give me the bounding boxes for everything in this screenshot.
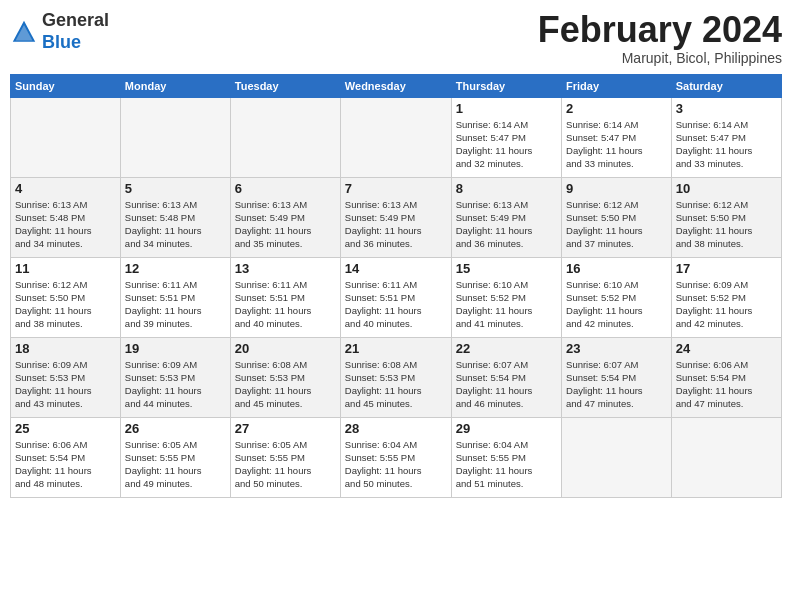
- header-tuesday: Tuesday: [230, 74, 340, 97]
- day-number: 5: [125, 181, 226, 196]
- page-header: General Blue February 2024 Marupit, Bico…: [10, 10, 782, 66]
- header-thursday: Thursday: [451, 74, 561, 97]
- calendar-cell: 11Sunrise: 6:12 AMSunset: 5:50 PMDayligh…: [11, 257, 121, 337]
- day-info: Sunrise: 6:13 AMSunset: 5:48 PMDaylight:…: [15, 198, 116, 251]
- day-info: Sunrise: 6:05 AMSunset: 5:55 PMDaylight:…: [125, 438, 226, 491]
- calendar-cell: 10Sunrise: 6:12 AMSunset: 5:50 PMDayligh…: [671, 177, 781, 257]
- calendar-week-0: 1Sunrise: 6:14 AMSunset: 5:47 PMDaylight…: [11, 97, 782, 177]
- day-number: 7: [345, 181, 447, 196]
- day-number: 20: [235, 341, 336, 356]
- calendar-cell: [230, 97, 340, 177]
- calendar-cell: 29Sunrise: 6:04 AMSunset: 5:55 PMDayligh…: [451, 417, 561, 497]
- day-number: 27: [235, 421, 336, 436]
- calendar-cell: 27Sunrise: 6:05 AMSunset: 5:55 PMDayligh…: [230, 417, 340, 497]
- header-saturday: Saturday: [671, 74, 781, 97]
- calendar-cell: 26Sunrise: 6:05 AMSunset: 5:55 PMDayligh…: [120, 417, 230, 497]
- day-number: 10: [676, 181, 777, 196]
- calendar-cell: 20Sunrise: 6:08 AMSunset: 5:53 PMDayligh…: [230, 337, 340, 417]
- calendar-cell: 6Sunrise: 6:13 AMSunset: 5:49 PMDaylight…: [230, 177, 340, 257]
- calendar-header: Sunday Monday Tuesday Wednesday Thursday…: [11, 74, 782, 97]
- header-wednesday: Wednesday: [340, 74, 451, 97]
- calendar-cell: 1Sunrise: 6:14 AMSunset: 5:47 PMDaylight…: [451, 97, 561, 177]
- day-info: Sunrise: 6:09 AMSunset: 5:52 PMDaylight:…: [676, 278, 777, 331]
- day-number: 11: [15, 261, 116, 276]
- calendar-body: 1Sunrise: 6:14 AMSunset: 5:47 PMDaylight…: [11, 97, 782, 497]
- calendar-week-4: 25Sunrise: 6:06 AMSunset: 5:54 PMDayligh…: [11, 417, 782, 497]
- day-number: 21: [345, 341, 447, 356]
- day-number: 26: [125, 421, 226, 436]
- calendar-cell: [671, 417, 781, 497]
- calendar-cell: 3Sunrise: 6:14 AMSunset: 5:47 PMDaylight…: [671, 97, 781, 177]
- day-number: 13: [235, 261, 336, 276]
- day-info: Sunrise: 6:04 AMSunset: 5:55 PMDaylight:…: [345, 438, 447, 491]
- day-number: 25: [15, 421, 116, 436]
- day-info: Sunrise: 6:08 AMSunset: 5:53 PMDaylight:…: [345, 358, 447, 411]
- day-number: 19: [125, 341, 226, 356]
- day-info: Sunrise: 6:13 AMSunset: 5:49 PMDaylight:…: [456, 198, 557, 251]
- day-info: Sunrise: 6:11 AMSunset: 5:51 PMDaylight:…: [235, 278, 336, 331]
- day-info: Sunrise: 6:08 AMSunset: 5:53 PMDaylight:…: [235, 358, 336, 411]
- calendar-cell: [562, 417, 672, 497]
- calendar-cell: 17Sunrise: 6:09 AMSunset: 5:52 PMDayligh…: [671, 257, 781, 337]
- calendar-cell: 18Sunrise: 6:09 AMSunset: 5:53 PMDayligh…: [11, 337, 121, 417]
- day-number: 9: [566, 181, 667, 196]
- day-number: 23: [566, 341, 667, 356]
- day-number: 28: [345, 421, 447, 436]
- header-monday: Monday: [120, 74, 230, 97]
- day-number: 18: [15, 341, 116, 356]
- day-info: Sunrise: 6:14 AMSunset: 5:47 PMDaylight:…: [676, 118, 777, 171]
- calendar-cell: 19Sunrise: 6:09 AMSunset: 5:53 PMDayligh…: [120, 337, 230, 417]
- day-info: Sunrise: 6:07 AMSunset: 5:54 PMDaylight:…: [566, 358, 667, 411]
- day-number: 15: [456, 261, 557, 276]
- day-number: 1: [456, 101, 557, 116]
- logo: General Blue: [10, 10, 109, 53]
- day-info: Sunrise: 6:06 AMSunset: 5:54 PMDaylight:…: [676, 358, 777, 411]
- logo-blue-text: Blue: [42, 32, 109, 54]
- calendar-cell: 15Sunrise: 6:10 AMSunset: 5:52 PMDayligh…: [451, 257, 561, 337]
- day-info: Sunrise: 6:13 AMSunset: 5:49 PMDaylight:…: [345, 198, 447, 251]
- calendar-cell: [11, 97, 121, 177]
- calendar-cell: [120, 97, 230, 177]
- day-info: Sunrise: 6:14 AMSunset: 5:47 PMDaylight:…: [566, 118, 667, 171]
- day-number: 4: [15, 181, 116, 196]
- weekday-header-row: Sunday Monday Tuesday Wednesday Thursday…: [11, 74, 782, 97]
- day-number: 22: [456, 341, 557, 356]
- calendar-cell: 24Sunrise: 6:06 AMSunset: 5:54 PMDayligh…: [671, 337, 781, 417]
- day-info: Sunrise: 6:07 AMSunset: 5:54 PMDaylight:…: [456, 358, 557, 411]
- calendar-cell: 2Sunrise: 6:14 AMSunset: 5:47 PMDaylight…: [562, 97, 672, 177]
- day-number: 2: [566, 101, 667, 116]
- day-info: Sunrise: 6:10 AMSunset: 5:52 PMDaylight:…: [566, 278, 667, 331]
- calendar-cell: [340, 97, 451, 177]
- day-number: 14: [345, 261, 447, 276]
- day-info: Sunrise: 6:10 AMSunset: 5:52 PMDaylight:…: [456, 278, 557, 331]
- calendar-cell: 21Sunrise: 6:08 AMSunset: 5:53 PMDayligh…: [340, 337, 451, 417]
- calendar-week-1: 4Sunrise: 6:13 AMSunset: 5:48 PMDaylight…: [11, 177, 782, 257]
- month-title: February 2024: [538, 10, 782, 50]
- day-info: Sunrise: 6:11 AMSunset: 5:51 PMDaylight:…: [125, 278, 226, 331]
- day-info: Sunrise: 6:04 AMSunset: 5:55 PMDaylight:…: [456, 438, 557, 491]
- day-info: Sunrise: 6:12 AMSunset: 5:50 PMDaylight:…: [676, 198, 777, 251]
- calendar-cell: 9Sunrise: 6:12 AMSunset: 5:50 PMDaylight…: [562, 177, 672, 257]
- day-number: 12: [125, 261, 226, 276]
- calendar-cell: 8Sunrise: 6:13 AMSunset: 5:49 PMDaylight…: [451, 177, 561, 257]
- logo-icon: [10, 18, 38, 46]
- day-number: 8: [456, 181, 557, 196]
- day-info: Sunrise: 6:06 AMSunset: 5:54 PMDaylight:…: [15, 438, 116, 491]
- day-info: Sunrise: 6:12 AMSunset: 5:50 PMDaylight:…: [15, 278, 116, 331]
- day-info: Sunrise: 6:09 AMSunset: 5:53 PMDaylight:…: [15, 358, 116, 411]
- day-number: 6: [235, 181, 336, 196]
- calendar-cell: 7Sunrise: 6:13 AMSunset: 5:49 PMDaylight…: [340, 177, 451, 257]
- calendar-cell: 5Sunrise: 6:13 AMSunset: 5:48 PMDaylight…: [120, 177, 230, 257]
- day-number: 17: [676, 261, 777, 276]
- calendar-cell: 28Sunrise: 6:04 AMSunset: 5:55 PMDayligh…: [340, 417, 451, 497]
- location-text: Marupit, Bicol, Philippines: [538, 50, 782, 66]
- day-number: 3: [676, 101, 777, 116]
- day-info: Sunrise: 6:05 AMSunset: 5:55 PMDaylight:…: [235, 438, 336, 491]
- day-info: Sunrise: 6:13 AMSunset: 5:49 PMDaylight:…: [235, 198, 336, 251]
- calendar-cell: 4Sunrise: 6:13 AMSunset: 5:48 PMDaylight…: [11, 177, 121, 257]
- header-sunday: Sunday: [11, 74, 121, 97]
- day-info: Sunrise: 6:09 AMSunset: 5:53 PMDaylight:…: [125, 358, 226, 411]
- day-number: 16: [566, 261, 667, 276]
- calendar-week-3: 18Sunrise: 6:09 AMSunset: 5:53 PMDayligh…: [11, 337, 782, 417]
- calendar-cell: 25Sunrise: 6:06 AMSunset: 5:54 PMDayligh…: [11, 417, 121, 497]
